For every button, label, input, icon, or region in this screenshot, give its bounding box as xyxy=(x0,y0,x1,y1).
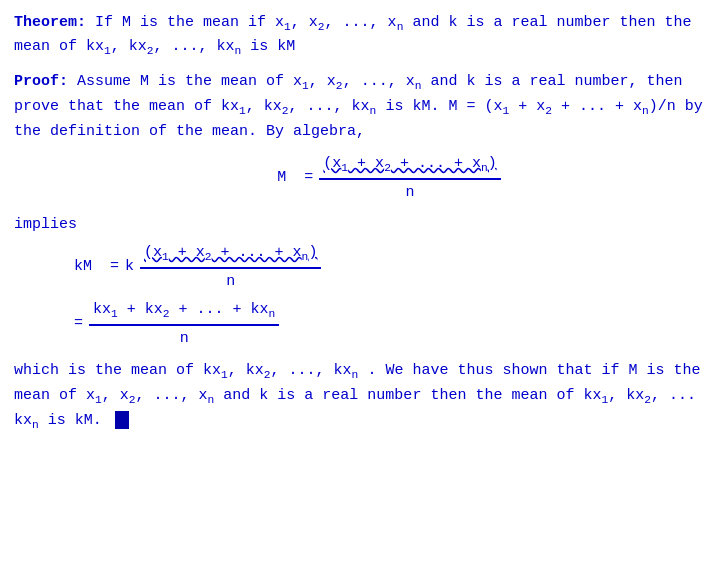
theorem-label: Theorem: xyxy=(14,14,86,31)
km-label: kM = xyxy=(74,255,119,279)
m-label: M = xyxy=(277,166,313,190)
km-equations: kM = k (x1 + x2 + ... + xn) n = kx1 + kx… xyxy=(74,241,704,351)
theorem-text: If M is the mean if x1, x2, ..., xn and … xyxy=(14,14,691,55)
fraction-1-numerator: (x1 + x2 + ... + xn) xyxy=(319,152,500,180)
m-equals-fraction: M = (x1 + x2 + ... + xn) n xyxy=(74,152,704,205)
fraction-3-denominator: n xyxy=(176,326,193,351)
text-cursor xyxy=(115,411,129,429)
proof-text-1: Assume M is the mean of x1, x2, ..., xn … xyxy=(14,73,703,140)
fraction-1: (x1 + x2 + ... + xn) n xyxy=(319,152,500,205)
km-row-2: = kx1 + kx2 + ... + kxn n xyxy=(74,298,279,351)
conclusion-text: which is the mean of kx1, kx2, ..., kxn … xyxy=(14,359,704,434)
k-label: k xyxy=(125,255,134,279)
fraction-2: (x1 + x2 + ... + xn) n xyxy=(140,241,321,294)
proof-label: Proof: xyxy=(14,73,68,90)
proof-intro: Proof: Assume M is the mean of x1, x2, .… xyxy=(14,70,704,144)
km-row-1: kM = k (x1 + x2 + ... + xn) n xyxy=(74,241,321,294)
content-area: Theorem: If M is the mean if x1, x2, ...… xyxy=(14,12,704,434)
implies-text: implies xyxy=(14,213,704,237)
theorem-block: Theorem: If M is the mean if x1, x2, ...… xyxy=(14,12,704,60)
fraction-3-numerator: kx1 + kx2 + ... + kxn xyxy=(89,298,279,326)
fraction-1-denominator: n xyxy=(402,180,419,205)
fraction-3: kx1 + kx2 + ... + kxn n xyxy=(89,298,279,351)
equals-label: = xyxy=(74,312,83,336)
fraction-2-denominator: n xyxy=(222,269,239,294)
proof-block: Proof: Assume M is the mean of x1, x2, .… xyxy=(14,70,704,434)
fraction-2-numerator: (x1 + x2 + ... + xn) xyxy=(140,241,321,269)
